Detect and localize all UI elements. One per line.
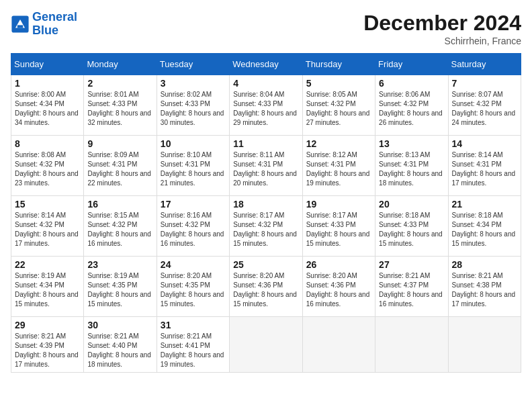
cell-content: Sunrise: 8:20 AMSunset: 4:36 PMDaylight:… bbox=[306, 271, 371, 309]
day-number: 14 bbox=[452, 138, 517, 149]
header-friday: Friday bbox=[375, 54, 448, 75]
day-number: 16 bbox=[87, 199, 152, 210]
header: General Blue December 2024 Schirrhein, F… bbox=[11, 11, 521, 46]
cell-content: Sunrise: 8:00 AMSunset: 4:34 PMDaylight:… bbox=[15, 90, 80, 128]
day-number: 27 bbox=[379, 259, 444, 270]
logo: General Blue bbox=[11, 11, 77, 38]
cell-content: Sunrise: 8:21 AMSunset: 4:38 PMDaylight:… bbox=[452, 271, 517, 309]
day-number: 25 bbox=[233, 259, 298, 270]
week-row-2: 8 Sunrise: 8:08 AMSunset: 4:32 PMDayligh… bbox=[11, 136, 521, 196]
cell-content: Sunrise: 8:20 AMSunset: 4:36 PMDaylight:… bbox=[233, 271, 298, 309]
table-row: 30 Sunrise: 8:21 AMSunset: 4:40 PMDaylig… bbox=[84, 317, 157, 373]
day-number: 20 bbox=[379, 199, 444, 210]
cell-content: Sunrise: 8:13 AMSunset: 4:31 PMDaylight:… bbox=[379, 150, 444, 188]
calendar: Sunday Monday Tuesday Wednesday Thursday… bbox=[11, 53, 521, 373]
day-number: 29 bbox=[15, 320, 80, 330]
cell-content: Sunrise: 8:18 AMSunset: 4:34 PMDaylight:… bbox=[452, 211, 517, 248]
cell-content: Sunrise: 8:02 AMSunset: 4:33 PMDaylight:… bbox=[161, 90, 226, 128]
day-number: 30 bbox=[87, 320, 152, 330]
table-row: 16 Sunrise: 8:15 AMSunset: 4:32 PMDaylig… bbox=[84, 196, 157, 257]
header-tuesday: Tuesday bbox=[157, 54, 229, 75]
cell-content: Sunrise: 8:08 AMSunset: 4:32 PMDaylight:… bbox=[15, 150, 80, 188]
header-saturday: Saturday bbox=[448, 54, 521, 75]
table-row: 9 Sunrise: 8:09 AMSunset: 4:31 PMDayligh… bbox=[84, 136, 157, 196]
header-sunday: Sunday bbox=[11, 54, 84, 75]
table-row: 28 Sunrise: 8:21 AMSunset: 4:38 PMDaylig… bbox=[448, 257, 521, 317]
day-number: 8 bbox=[15, 138, 80, 149]
table-row: 26 Sunrise: 8:20 AMSunset: 4:36 PMDaylig… bbox=[302, 257, 375, 317]
cell-content: Sunrise: 8:10 AMSunset: 4:31 PMDaylight:… bbox=[161, 150, 226, 188]
day-number: 4 bbox=[233, 78, 298, 89]
table-row: 4 Sunrise: 8:04 AMSunset: 4:33 PMDayligh… bbox=[230, 75, 302, 136]
cell-content: Sunrise: 8:07 AMSunset: 4:32 PMDaylight:… bbox=[452, 90, 517, 128]
cell-content: Sunrise: 8:14 AMSunset: 4:31 PMDaylight:… bbox=[452, 150, 517, 188]
table-row: 3 Sunrise: 8:02 AMSunset: 4:33 PMDayligh… bbox=[157, 75, 229, 136]
table-row: 22 Sunrise: 8:19 AMSunset: 4:34 PMDaylig… bbox=[11, 257, 84, 317]
cell-content: Sunrise: 8:16 AMSunset: 4:32 PMDaylight:… bbox=[161, 211, 226, 248]
day-number: 28 bbox=[452, 259, 517, 270]
day-number: 2 bbox=[87, 78, 152, 89]
table-row bbox=[302, 317, 375, 373]
table-row: 11 Sunrise: 8:11 AMSunset: 4:31 PMDaylig… bbox=[230, 136, 302, 196]
day-number: 21 bbox=[452, 199, 517, 210]
cell-content: Sunrise: 8:17 AMSunset: 4:32 PMDaylight:… bbox=[233, 211, 298, 248]
cell-content: Sunrise: 8:21 AMSunset: 4:37 PMDaylight:… bbox=[379, 271, 444, 309]
table-row: 18 Sunrise: 8:17 AMSunset: 4:32 PMDaylig… bbox=[230, 196, 302, 257]
table-row: 8 Sunrise: 8:08 AMSunset: 4:32 PMDayligh… bbox=[11, 136, 84, 196]
cell-content: Sunrise: 8:21 AMSunset: 4:40 PMDaylight:… bbox=[87, 332, 152, 369]
cell-content: Sunrise: 8:21 AMSunset: 4:41 PMDaylight:… bbox=[161, 332, 226, 369]
table-row: 10 Sunrise: 8:10 AMSunset: 4:31 PMDaylig… bbox=[157, 136, 229, 196]
header-wednesday: Wednesday bbox=[230, 54, 302, 75]
table-row: 19 Sunrise: 8:17 AMSunset: 4:33 PMDaylig… bbox=[302, 196, 375, 257]
table-row: 14 Sunrise: 8:14 AMSunset: 4:31 PMDaylig… bbox=[448, 136, 521, 196]
table-row: 25 Sunrise: 8:20 AMSunset: 4:36 PMDaylig… bbox=[230, 257, 302, 317]
day-number: 31 bbox=[161, 320, 226, 330]
title-section: December 2024 Schirrhein, France bbox=[363, 11, 521, 46]
day-number: 26 bbox=[306, 259, 371, 270]
table-row bbox=[448, 317, 521, 373]
logo-icon bbox=[11, 15, 30, 34]
day-number: 9 bbox=[87, 138, 152, 149]
day-number: 24 bbox=[161, 259, 226, 270]
table-row: 2 Sunrise: 8:01 AMSunset: 4:33 PMDayligh… bbox=[84, 75, 157, 136]
svg-rect-2 bbox=[17, 25, 23, 28]
day-number: 6 bbox=[379, 78, 444, 89]
cell-content: Sunrise: 8:04 AMSunset: 4:33 PMDaylight:… bbox=[233, 90, 298, 128]
day-number: 12 bbox=[306, 138, 371, 149]
cell-content: Sunrise: 8:15 AMSunset: 4:32 PMDaylight:… bbox=[87, 211, 152, 248]
day-number: 5 bbox=[306, 78, 371, 89]
table-row: 7 Sunrise: 8:07 AMSunset: 4:32 PMDayligh… bbox=[448, 75, 521, 136]
table-row: 24 Sunrise: 8:20 AMSunset: 4:35 PMDaylig… bbox=[157, 257, 229, 317]
table-row: 23 Sunrise: 8:19 AMSunset: 4:35 PMDaylig… bbox=[84, 257, 157, 317]
table-row: 6 Sunrise: 8:06 AMSunset: 4:32 PMDayligh… bbox=[375, 75, 448, 136]
week-row-5: 29 Sunrise: 8:21 AMSunset: 4:39 PMDaylig… bbox=[11, 317, 521, 373]
logo-text: General Blue bbox=[32, 11, 77, 38]
month-year: December 2024 bbox=[363, 11, 521, 36]
cell-content: Sunrise: 8:11 AMSunset: 4:31 PMDaylight:… bbox=[233, 150, 298, 188]
table-row: 27 Sunrise: 8:21 AMSunset: 4:37 PMDaylig… bbox=[375, 257, 448, 317]
table-row: 15 Sunrise: 8:14 AMSunset: 4:32 PMDaylig… bbox=[11, 196, 84, 257]
day-number: 11 bbox=[233, 138, 298, 149]
day-number: 3 bbox=[161, 78, 226, 89]
table-row: 20 Sunrise: 8:18 AMSunset: 4:33 PMDaylig… bbox=[375, 196, 448, 257]
table-row: 17 Sunrise: 8:16 AMSunset: 4:32 PMDaylig… bbox=[157, 196, 229, 257]
logo-line1: General bbox=[32, 10, 77, 24]
cell-content: Sunrise: 8:19 AMSunset: 4:34 PMDaylight:… bbox=[15, 271, 80, 309]
cell-content: Sunrise: 8:06 AMSunset: 4:32 PMDaylight:… bbox=[379, 90, 444, 128]
location: Schirrhein, France bbox=[363, 36, 521, 46]
cell-content: Sunrise: 8:01 AMSunset: 4:33 PMDaylight:… bbox=[87, 90, 152, 128]
week-row-1: 1 Sunrise: 8:00 AMSunset: 4:34 PMDayligh… bbox=[11, 75, 521, 136]
day-number: 23 bbox=[87, 259, 152, 270]
table-row: 13 Sunrise: 8:13 AMSunset: 4:31 PMDaylig… bbox=[375, 136, 448, 196]
cell-content: Sunrise: 8:12 AMSunset: 4:31 PMDaylight:… bbox=[306, 150, 371, 188]
cell-content: Sunrise: 8:18 AMSunset: 4:33 PMDaylight:… bbox=[379, 211, 444, 248]
day-number: 7 bbox=[452, 78, 517, 89]
week-row-3: 15 Sunrise: 8:14 AMSunset: 4:32 PMDaylig… bbox=[11, 196, 521, 257]
day-number: 22 bbox=[15, 259, 80, 270]
cell-content: Sunrise: 8:05 AMSunset: 4:32 PMDaylight:… bbox=[306, 90, 371, 128]
day-number: 13 bbox=[379, 138, 444, 149]
table-row bbox=[230, 317, 302, 373]
day-number: 17 bbox=[161, 199, 226, 210]
cell-content: Sunrise: 8:20 AMSunset: 4:35 PMDaylight:… bbox=[161, 271, 226, 309]
day-number: 18 bbox=[233, 199, 298, 210]
